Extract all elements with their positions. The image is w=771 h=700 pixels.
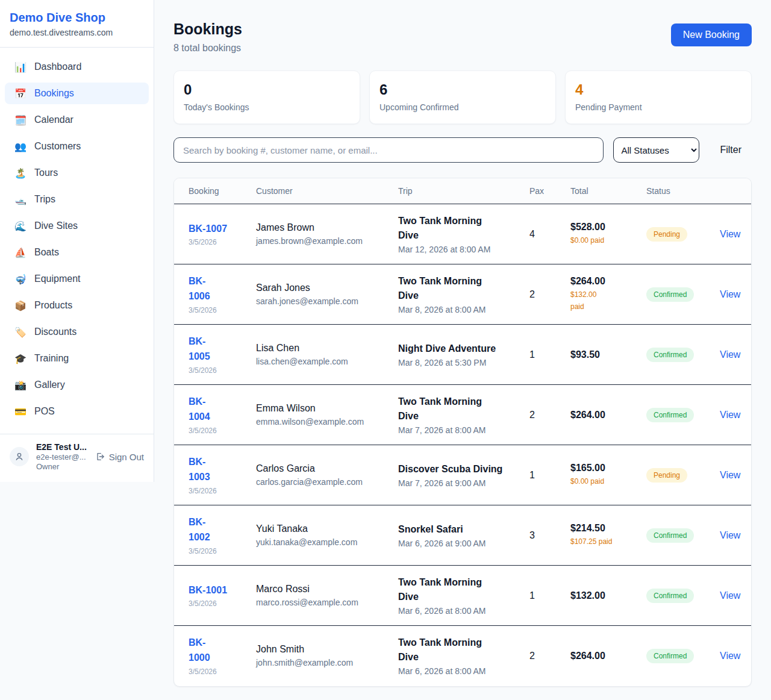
sidebar-item-tours[interactable]: 🏝️ Tours	[5, 162, 149, 184]
sign-out-button[interactable]: Sign Out	[95, 452, 144, 462]
search-input[interactable]	[173, 137, 604, 163]
sidebar-item-dashboard[interactable]: 📊 Dashboard	[5, 56, 149, 78]
view-link[interactable]: View	[720, 289, 740, 299]
graduation-cap-icon: 🎓	[14, 353, 27, 364]
table-row: BK- 1004 3/5/2026 Emma Wilson emma.wilso…	[174, 385, 752, 445]
sidebar-item-label: Equipment	[34, 273, 81, 284]
pax-count: 2	[529, 651, 535, 661]
sidebar-item-boats[interactable]: ⛵ Boats	[5, 242, 149, 263]
customer-name: Emma Wilson	[256, 403, 384, 414]
column-header-pax: Pax	[522, 178, 563, 204]
trip-name: Two Tank Morning Dive	[398, 214, 504, 243]
sidebar-item-label: Calendar	[34, 114, 73, 125]
sidebar-item-gallery[interactable]: 📸 Gallery	[5, 374, 149, 396]
view-link[interactable]: View	[720, 349, 740, 360]
view-link[interactable]: View	[720, 470, 740, 480]
sidebar-item-pos[interactable]: 💳 POS	[5, 401, 149, 422]
brand-header: Demo Dive Shop demo.test.divestreams.com	[0, 0, 154, 48]
booking-number-link[interactable]: BK-1007	[189, 222, 227, 237]
paid-amount: $0.00 paid	[570, 476, 632, 487]
people-icon: 👥	[14, 141, 27, 152]
sign-out-label: Sign Out	[109, 452, 144, 462]
total-amount: $264.00	[570, 651, 632, 661]
sidebar-item-products[interactable]: 📦 Products	[5, 295, 149, 316]
total-amount: $165.00	[570, 463, 632, 473]
status-badge: Confirmed	[646, 348, 694, 362]
trip-datetime: Mar 7, 2026 at 9:00 AM	[398, 478, 515, 488]
pax-count: 1	[529, 590, 535, 601]
person-icon	[14, 452, 24, 461]
sidebar-item-label: Dive Sites	[34, 220, 78, 231]
trip-name: Discover Scuba Diving	[398, 462, 504, 477]
view-link[interactable]: View	[720, 530, 740, 540]
total-amount: $214.50	[570, 523, 632, 534]
sidebar-item-label: Products	[34, 300, 72, 311]
customer-name: Carlos Garcia	[256, 463, 384, 474]
logout-icon	[95, 452, 105, 461]
sidebar-item-label: POS	[34, 406, 55, 417]
sidebar-item-bookings[interactable]: 📅 Bookings	[5, 83, 149, 104]
sidebar-item-discounts[interactable]: 🏷️ Discounts	[5, 321, 149, 343]
table-header-row: Booking Customer Trip Pax Total Status	[174, 178, 752, 204]
bar-chart-icon: 📊	[14, 61, 27, 73]
view-link[interactable]: View	[720, 590, 740, 601]
user-info: E2E Test U... e2e-tester@... Owner	[36, 442, 88, 471]
table-row: BK-1007 3/5/2026 James Brown james.brown…	[174, 204, 752, 264]
trip-datetime: Mar 7, 2026 at 8:00 AM	[398, 425, 515, 435]
total-amount: $132.00	[570, 590, 632, 601]
customer-name: Marco Rossi	[256, 584, 384, 595]
wave-icon: 🌊	[14, 220, 27, 232]
booking-number-link[interactable]: BK- 1004	[189, 395, 210, 425]
view-link[interactable]: View	[720, 410, 740, 420]
bookings-table-card: Booking Customer Trip Pax Total Status B…	[173, 178, 752, 687]
trip-name: Snorkel Safari	[398, 522, 504, 537]
booking-number-link[interactable]: BK- 1000	[189, 636, 210, 666]
stat-label: Upcoming Confirmed	[379, 102, 546, 112]
user-email: e2e-tester@...	[36, 452, 88, 461]
booking-number-link[interactable]: BK- 1005	[189, 334, 210, 364]
sidebar-item-label: Bookings	[34, 88, 74, 99]
island-icon: 🏝️	[14, 167, 27, 179]
trip-datetime: Mar 6, 2026 at 8:00 AM	[398, 606, 515, 616]
total-amount: $264.00	[570, 276, 632, 287]
customer-email: yuki.tanaka@example.com	[256, 537, 384, 547]
booking-date: 3/5/2026	[189, 667, 242, 676]
sidebar-item-label: Training	[34, 353, 69, 364]
total-amount: $93.50	[570, 349, 632, 360]
booking-date: 3/5/2026	[189, 366, 242, 375]
sidebar-item-label: Boats	[34, 247, 59, 258]
bookings-table: Booking Customer Trip Pax Total Status B…	[174, 178, 752, 686]
sidebar-item-customers[interactable]: 👥 Customers	[5, 136, 149, 157]
table-row: BK- 1005 3/5/2026 Lisa Chen lisa.chen@ex…	[174, 325, 752, 385]
stat-value: 6	[379, 81, 546, 98]
customer-email: john.smith@example.com	[256, 658, 384, 667]
customer-name: Lisa Chen	[256, 343, 384, 354]
sidebar-item-training[interactable]: 🎓 Training	[5, 348, 149, 369]
sidebar-item-calendar[interactable]: 🗓️ Calendar	[5, 109, 149, 131]
sidebar-item-trips[interactable]: 🛥️ Trips	[5, 189, 149, 210]
total-amount: $528.00	[570, 222, 632, 233]
customer-name: Yuki Tanaka	[256, 523, 384, 534]
pax-count: 2	[529, 410, 535, 420]
booking-number-link[interactable]: BK- 1002	[189, 515, 210, 545]
status-badge: Pending	[646, 227, 687, 242]
view-link[interactable]: View	[720, 229, 740, 239]
new-booking-button[interactable]: New Booking	[671, 23, 752, 46]
bookings-page: Demo Dive Shop demo.test.divestreams.com…	[0, 0, 771, 700]
booking-number-link[interactable]: BK-1001	[189, 583, 227, 598]
sidebar-item-dive-sites[interactable]: 🌊 Dive Sites	[5, 215, 149, 237]
customer-email: lisa.chen@example.com	[256, 357, 384, 366]
sidebar-item-equipment[interactable]: 🤿 Equipment	[5, 268, 149, 290]
booking-number-link[interactable]: BK- 1003	[189, 455, 210, 485]
booking-date: 3/5/2026	[189, 306, 242, 314]
status-badge: Confirmed	[646, 649, 694, 663]
filter-button[interactable]: Filter	[710, 145, 752, 155]
view-link[interactable]: View	[720, 651, 740, 661]
status-filter-select[interactable]: All Statuses	[613, 137, 699, 163]
booking-number-link[interactable]: BK- 1006	[189, 274, 210, 304]
sidebar-item-label: Trips	[34, 194, 55, 205]
stat-card-todays-bookings: 0 Today's Bookings	[173, 70, 360, 124]
status-badge: Confirmed	[646, 287, 694, 302]
motorboat-icon: 🛥️	[14, 194, 27, 205]
sidebar-item-label: Customers	[34, 141, 81, 152]
